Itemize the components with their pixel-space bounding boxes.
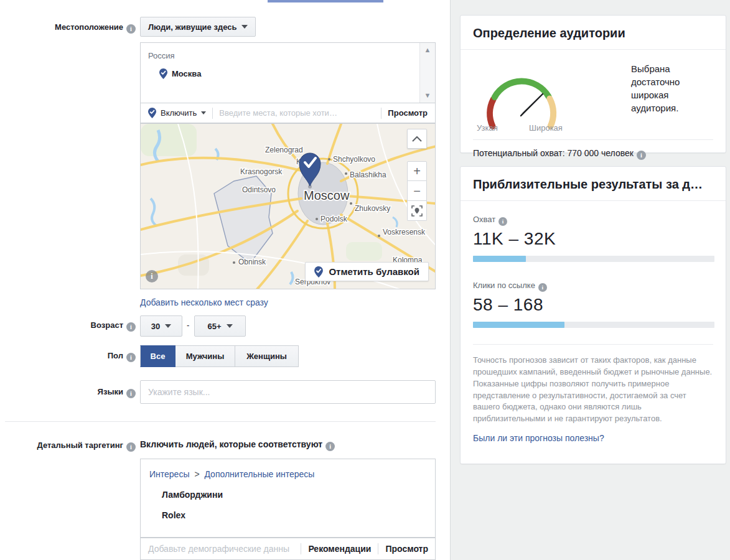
potential-reach-row: Потенциальный охват: 770 000 человекi [473,139,713,168]
card-title: Приблизительные результаты за д… [461,167,726,201]
info-icon[interactable]: i [637,151,646,160]
map[interactable]: Zelenograd Khimki Shchyolkovo Krasnogors… [140,123,436,289]
ads-audience-page: Местоположениеi Люди, живущие здесь Росс… [0,0,730,560]
gender-option-male[interactable]: Мужчины [175,345,235,367]
age-max-dropdown[interactable]: 65+ [194,315,246,337]
metric-label: Охватi [473,215,713,226]
drop-pin-button[interactable]: Отметить булавкой [305,262,429,281]
map-zoom-out-button[interactable]: − [407,181,427,201]
info-icon[interactable]: i [126,322,136,332]
location-list: Россия Москва ▲ ▼ [140,42,436,103]
metric-value: 11K – 32K [473,229,713,249]
map-city-label: Obninsk [238,258,266,266]
location-search-input[interactable]: Введите места, которые хоти… [213,108,381,118]
scroll-down-icon[interactable]: ▼ [424,92,431,99]
info-icon[interactable]: i [538,283,547,292]
map-collapse-button[interactable] [407,129,427,149]
pin-check-icon [159,68,167,79]
chevron-up-icon [411,135,423,142]
pin-check-icon [314,266,323,278]
gender-option-female[interactable]: Женщины [235,345,299,367]
plus-icon: + [413,165,421,177]
feedback-link[interactable]: Были ли эти прогнозы полезны? [473,433,604,443]
map-city-label: Shchyolkovo [333,155,375,164]
map-city-label: Zelenograd [265,146,303,154]
audience-status-text: Выбрана достаточно широкая аудитория. [631,60,713,132]
bulk-add-locations-link[interactable]: Добавить несколько мест сразу [140,297,268,307]
metric-bar [473,322,714,328]
add-demographics-input[interactable]: Добавьте демографические данны [141,544,301,554]
audience-gauge: Узкая Широкая [473,60,579,132]
map-city-label: Krasnogorsk [240,167,283,176]
chevron-down-icon [241,25,248,29]
interest-item[interactable]: Rolex [149,500,426,520]
locate-pin-icon [411,205,423,217]
map-locate-button[interactable] [407,201,427,221]
age-separator: - [187,320,189,330]
age-label: Возрастi [0,320,136,332]
metric-label: Клики по ссылкеi [473,281,713,292]
gender-option-all[interactable]: Все [140,345,175,367]
map-info-icon[interactable]: i [146,270,158,282]
reach-metric: Охватi 11K – 32K [473,215,713,262]
link-clicks-metric: Клики по ссылкеi 58 – 168 [473,281,713,328]
map-city-label: Zhukovsky [355,204,390,213]
map-city-label: Moscow [304,189,350,202]
additional-interests-link[interactable]: Дополнительные интересы [204,469,314,479]
location-city-row[interactable]: Москва [141,60,435,79]
gauge-broad-label: Широкая [529,123,563,133]
location-mode-dropdown[interactable]: Люди, живущие здесь [140,17,256,37]
right-sidebar: Определение аудитории Узкая Широкая Выбр… [450,0,730,560]
info-icon[interactable]: i [498,217,507,226]
gender-label: Полi [0,351,136,362]
suggestions-button[interactable]: Рекомендации [301,544,378,554]
interests-category-link[interactable]: Интересы [149,469,189,479]
gauge-arc [473,60,579,132]
age-min-dropdown[interactable]: 30 [140,315,182,337]
section-divider [5,421,436,422]
info-icon[interactable]: i [126,353,136,362]
gender-segmented-control: Все Мужчины Женщины [140,345,299,367]
detailed-targeting-box: Интересы > Дополнительные интересы Ламбо… [140,459,436,538]
audience-definition-card: Определение аудитории Узкая Широкая Выбр… [460,15,726,153]
include-people-label: Включить людей, которые соответствуютi [140,439,335,451]
chevron-down-icon [201,111,206,114]
targeting-add-bar: Добавьте демографические данны Рекоменда… [140,538,436,560]
info-icon[interactable]: i [126,24,136,34]
estimated-results-card: Приблизительные результаты за д… Охватi … [460,166,726,464]
map-city-label: Balashikha [350,170,386,179]
browse-button[interactable]: Просмотр [378,544,435,554]
list-scrollbar[interactable]: ▲ ▼ [419,43,435,103]
map-city-label: Podolsk [321,215,348,223]
browse-locations-button[interactable]: Просмотр [381,108,435,118]
location-country[interactable]: Россия [141,43,435,60]
info-icon[interactable]: i [325,442,335,451]
info-icon[interactable]: i [126,442,136,452]
location-label: Местоположениеi [0,22,136,34]
card-title: Определение аудитории [461,16,726,50]
minus-icon: − [413,185,421,197]
map-city-label: Voskresensk [383,228,426,236]
top-button-remnant [268,0,383,2]
info-icon[interactable]: i [126,389,136,398]
languages-input[interactable] [140,380,436,404]
languages-label: Языкиi [0,387,136,398]
interest-breadcrumb: Интересы > Дополнительные интересы [149,469,426,479]
estimates-disclaimer: Точность прогнозов зависит от таких факт… [473,345,713,425]
pin-check-icon [148,108,156,118]
interest-item[interactable]: Ламборджини [149,479,426,500]
map-zoom-in-button[interactable]: + [407,161,427,181]
gauge-narrow-label: Узкая [477,123,498,133]
scroll-up-icon[interactable]: ▲ [424,47,431,54]
metric-bar [473,256,714,262]
location-include-bar: Включить Введите места, которые хоти… Пр… [140,103,436,123]
map-city-label: Odintsovo [242,185,276,194]
include-mode-dropdown[interactable]: Включить [141,108,212,118]
chevron-down-icon [165,324,171,328]
detailed-targeting-label: Детальный таргетингi [0,441,136,452]
chevron-down-icon [227,324,233,328]
metric-value: 58 – 168 [473,295,713,315]
